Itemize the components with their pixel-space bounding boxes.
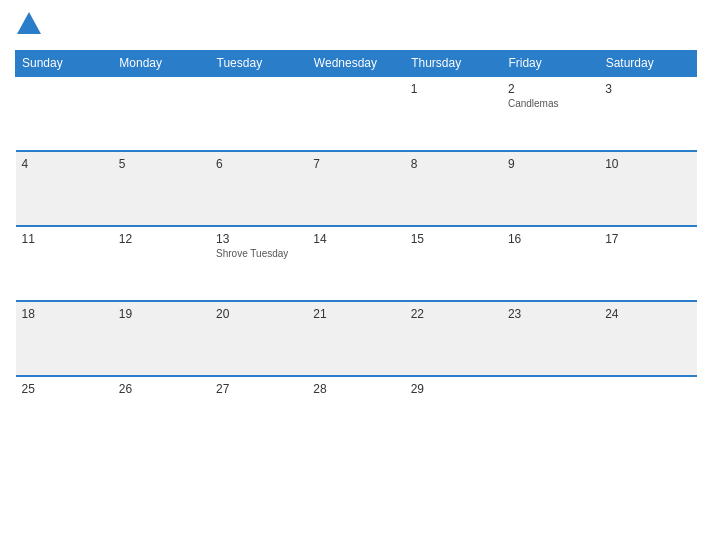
weekday-thursday: Thursday bbox=[405, 51, 502, 77]
day-number: 21 bbox=[313, 307, 398, 321]
weekday-wednesday: Wednesday bbox=[307, 51, 404, 77]
calendar-cell: 7 bbox=[307, 151, 404, 226]
day-number: 8 bbox=[411, 157, 496, 171]
calendar-cell: 2Candlemas bbox=[502, 76, 599, 151]
calendar-cell: 4 bbox=[16, 151, 113, 226]
day-number: 2 bbox=[508, 82, 593, 96]
calendar-cell: 24 bbox=[599, 301, 696, 376]
calendar-cell: 29 bbox=[405, 376, 502, 451]
calendar-cell: 9 bbox=[502, 151, 599, 226]
calendar-cell: 23 bbox=[502, 301, 599, 376]
week-row-2: 45678910 bbox=[16, 151, 697, 226]
calendar-cell: 18 bbox=[16, 301, 113, 376]
day-number: 4 bbox=[22, 157, 107, 171]
calendar-cell: 26 bbox=[113, 376, 210, 451]
day-number: 23 bbox=[508, 307, 593, 321]
weekday-tuesday: Tuesday bbox=[210, 51, 307, 77]
day-number: 10 bbox=[605, 157, 690, 171]
week-row-1: 12Candlemas3 bbox=[16, 76, 697, 151]
calendar-cell: 11 bbox=[16, 226, 113, 301]
weekday-monday: Monday bbox=[113, 51, 210, 77]
day-event: Shrove Tuesday bbox=[216, 248, 301, 259]
day-number: 13 bbox=[216, 232, 301, 246]
day-number: 27 bbox=[216, 382, 301, 396]
week-row-3: 111213Shrove Tuesday14151617 bbox=[16, 226, 697, 301]
day-number: 28 bbox=[313, 382, 398, 396]
logo-icon bbox=[15, 10, 43, 42]
weekday-friday: Friday bbox=[502, 51, 599, 77]
calendar-cell: 12 bbox=[113, 226, 210, 301]
calendar-header bbox=[15, 10, 697, 42]
day-number: 7 bbox=[313, 157, 398, 171]
day-event: Candlemas bbox=[508, 98, 593, 109]
day-number: 15 bbox=[411, 232, 496, 246]
day-number: 20 bbox=[216, 307, 301, 321]
calendar-cell: 19 bbox=[113, 301, 210, 376]
day-number: 17 bbox=[605, 232, 690, 246]
day-number: 6 bbox=[216, 157, 301, 171]
day-number: 12 bbox=[119, 232, 204, 246]
calendar-cell: 27 bbox=[210, 376, 307, 451]
calendar-cell bbox=[113, 76, 210, 151]
day-number: 1 bbox=[411, 82, 496, 96]
calendar-cell: 10 bbox=[599, 151, 696, 226]
calendar-cell: 25 bbox=[16, 376, 113, 451]
day-number: 26 bbox=[119, 382, 204, 396]
calendar-cell bbox=[307, 76, 404, 151]
week-row-4: 18192021222324 bbox=[16, 301, 697, 376]
day-number: 9 bbox=[508, 157, 593, 171]
calendar-cell: 6 bbox=[210, 151, 307, 226]
day-number: 24 bbox=[605, 307, 690, 321]
calendar-cell: 16 bbox=[502, 226, 599, 301]
day-number: 14 bbox=[313, 232, 398, 246]
calendar-cell: 15 bbox=[405, 226, 502, 301]
calendar-cell: 22 bbox=[405, 301, 502, 376]
weekday-sunday: Sunday bbox=[16, 51, 113, 77]
calendar-table: SundayMondayTuesdayWednesdayThursdayFrid… bbox=[15, 50, 697, 451]
calendar-cell: 3 bbox=[599, 76, 696, 151]
calendar-cell: 21 bbox=[307, 301, 404, 376]
calendar-cell bbox=[210, 76, 307, 151]
calendar-cell: 1 bbox=[405, 76, 502, 151]
calendar-cell: 8 bbox=[405, 151, 502, 226]
day-number: 25 bbox=[22, 382, 107, 396]
day-number: 11 bbox=[22, 232, 107, 246]
calendar-cell: 5 bbox=[113, 151, 210, 226]
calendar-cell: 17 bbox=[599, 226, 696, 301]
day-number: 5 bbox=[119, 157, 204, 171]
calendar-cell: 14 bbox=[307, 226, 404, 301]
day-number: 3 bbox=[605, 82, 690, 96]
week-row-5: 2526272829 bbox=[16, 376, 697, 451]
day-number: 22 bbox=[411, 307, 496, 321]
day-number: 18 bbox=[22, 307, 107, 321]
calendar-cell bbox=[16, 76, 113, 151]
calendar-cell: 13Shrove Tuesday bbox=[210, 226, 307, 301]
weekday-header-row: SundayMondayTuesdayWednesdayThursdayFrid… bbox=[16, 51, 697, 77]
day-number: 29 bbox=[411, 382, 496, 396]
calendar-cell: 28 bbox=[307, 376, 404, 451]
calendar-cell bbox=[502, 376, 599, 451]
svg-marker-0 bbox=[17, 12, 41, 34]
calendar-cell: 20 bbox=[210, 301, 307, 376]
day-number: 19 bbox=[119, 307, 204, 321]
logo bbox=[15, 10, 115, 42]
day-number: 16 bbox=[508, 232, 593, 246]
calendar-cell bbox=[599, 376, 696, 451]
weekday-saturday: Saturday bbox=[599, 51, 696, 77]
calendar-container: SundayMondayTuesdayWednesdayThursdayFrid… bbox=[0, 0, 712, 550]
